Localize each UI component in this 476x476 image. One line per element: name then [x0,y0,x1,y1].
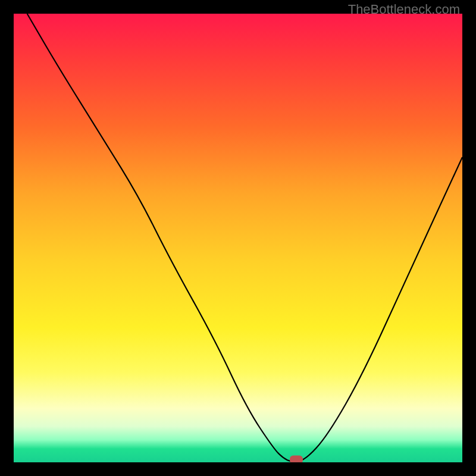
optimal-marker [290,456,303,463]
chart-frame: TheBottleneck.com [0,0,476,476]
bottleneck-curve [27,14,462,462]
plot-area [14,14,462,462]
plot-svg [14,14,462,462]
attribution-label: TheBottleneck.com [348,2,460,17]
